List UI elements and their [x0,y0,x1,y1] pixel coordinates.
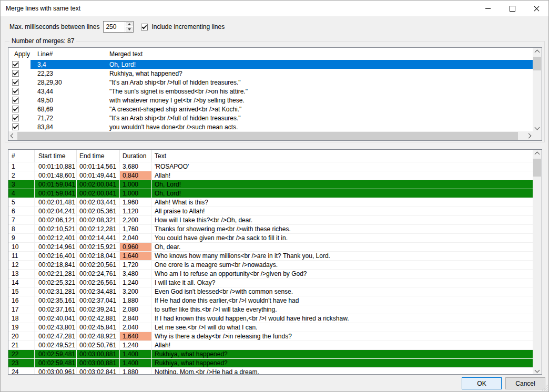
resize-grip[interactable] [541,384,547,390]
subtitle-row[interactable]: 1400:02:25,32100:02:26,5611,240I will ta… [8,278,533,287]
merge-list-horizontal-scrollbar[interactable] [8,131,533,140]
chevron-up-icon [535,151,540,157]
check-icon [13,124,18,129]
subtitle-text: Who am I to refuse an opportunity<br />g… [152,270,533,278]
row-number: 23 [8,359,35,367]
column-header-start-time[interactable]: Start time [35,150,77,162]
scroll-up-button[interactable] [533,48,542,56]
scroll-right-button[interactable] [524,131,533,140]
subtitle-row[interactable]: 2100:02:49,52100:02:50,7611,240Allah! [8,341,533,350]
row-number: 17 [8,305,35,314]
subtitle-row[interactable]: 1500:02:31,28100:02:34,4813,200Even God … [8,287,533,296]
end-time: 00:02:15,921 [77,243,120,251]
merged-text: "It's an Arab ship<br />full of hidden t… [101,114,533,122]
merge-list: Apply Line# Merged text 3,4Oh, Lord!22,2… [8,47,542,141]
scrollbar-corner [533,131,542,140]
subtitle-row[interactable]: 100:01:10,88100:01:14,5613,680'ROSAPOO' [8,162,533,171]
subtitle-row[interactable]: 2000:02:47,28100:02:48,9211,640Why is th… [8,332,533,341]
minimize-button[interactable] [476,1,500,16]
scrollbar-thumb[interactable] [533,159,541,177]
subtitle-row[interactable]: 900:02:12,40100:02:14,4412,040You could … [8,234,533,243]
apply-cell [8,87,30,96]
apply-checkbox[interactable] [12,123,19,130]
scrollbar-thumb[interactable] [533,57,541,70]
merge-lines-dialog: Merge lines with same text Max. millisec… [0,0,549,392]
subtitle-row[interactable]: 1200:02:18,84100:02:20,5611,720One crore… [8,261,533,270]
scroll-down-button[interactable] [533,366,542,374]
row-number: 9 [8,234,35,242]
apply-checkbox[interactable] [12,61,19,68]
merge-row[interactable]: 49,50with whatever money I get<br />by s… [8,96,533,105]
subtitle-text: Let me see.<br />I will do what I can. [152,323,533,332]
column-header-number[interactable]: # [8,150,35,162]
subtitle-text: Even God isn't blessed<br />with common … [152,287,533,296]
column-header-duration[interactable]: Duration [120,150,152,162]
apply-checkbox[interactable] [12,79,19,86]
max-ms-input[interactable] [104,22,125,32]
apply-checkbox[interactable] [12,97,19,104]
subtitle-row[interactable]: 1900:02:43,80100:02:45,8412,040Let me se… [8,323,533,332]
column-header-merged-text[interactable]: Merged text [101,48,533,60]
column-header-line-numbers[interactable]: Line# [30,48,101,60]
scroll-left-button[interactable] [8,131,17,140]
ok-button[interactable]: OK [462,377,502,389]
line-numbers: 83,84 [30,122,101,131]
subtitle-row[interactable]: 2200:02:59,48100:03:00,8811,400Rukhiya, … [8,350,533,359]
maximize-button[interactable] [500,1,524,16]
cancel-button[interactable]: Cancel [505,377,545,389]
stepper-down-button[interactable] [126,27,133,32]
subtitle-row[interactable]: 700:02:06,12100:02:08,3212,200How will I… [8,216,533,225]
subtitle-row[interactable]: 2400:03:00,96100:03:02,8411,880Nothing, … [8,368,533,375]
include-incrementing-checkbox[interactable] [141,24,148,30]
stepper-up-button[interactable] [126,22,133,26]
subtitle-row[interactable]: 1700:02:37,16100:02:39,2412,080to suffer… [8,305,533,314]
subtitle-row[interactable]: 300:01:59,04100:02:00,0411,000Oh, Lord! [8,180,533,189]
scrollbar-thumb[interactable] [17,132,518,140]
subtitle-text: Why is there a delay<br />in releasing t… [152,332,533,341]
duration: 1,880 [120,296,152,305]
merge-row[interactable]: 3,4Oh, Lord! [8,60,533,69]
subtitle-row[interactable]: 200:01:48,60100:01:49,4410,840Allah! [8,171,533,180]
column-header-apply[interactable]: Apply [8,48,30,60]
merge-row[interactable]: 28,29,30"It's an Arab ship<br />full of … [8,78,533,87]
end-time: 00:02:26,561 [77,278,120,287]
merge-row[interactable]: 71,72"It's an Arab ship<br />full of hid… [8,114,533,122]
subtitle-row[interactable]: 1000:02:14,96100:02:15,9210,960Oh, dear. [8,243,533,252]
max-ms-stepper[interactable] [103,21,134,33]
scroll-down-button[interactable] [533,123,542,131]
row-number: 8 [8,225,35,233]
apply-checkbox[interactable] [12,88,19,95]
subtitle-list-vertical-scrollbar[interactable] [533,150,542,374]
end-time: 00:02:00,041 [77,180,120,189]
check-icon [13,88,18,94]
start-time: 00:02:14,961 [35,243,77,251]
subtitle-row[interactable]: 400:01:59,04100:02:00,0411,000Oh, Lord! [8,189,533,198]
end-time: 00:02:48,921 [77,332,120,341]
apply-cell [8,69,30,78]
line-numbers: 68,69 [30,105,101,114]
line-numbers: 22,23 [30,69,101,78]
subtitle-row[interactable]: 600:02:04,24100:02:05,3611,120All praise… [8,207,533,216]
merge-row[interactable]: 83,84you wouldn't have done<br />such me… [8,122,533,131]
subtitle-row[interactable]: 1800:02:40,04100:02:42,8812,840If I had … [8,314,533,323]
subtitle-row[interactable]: 1600:02:35,16100:02:37,0411,880If He had… [8,296,533,305]
merge-row[interactable]: 68,69"A crescent-shaped ship arrived<br … [8,105,533,114]
scroll-up-button[interactable] [533,150,542,158]
close-button[interactable] [524,1,548,16]
end-time: 00:02:12,281 [77,225,120,233]
subtitle-row[interactable]: 2300:02:59,48100:03:00,8811,400Rukhiya, … [8,359,533,368]
subtitle-row[interactable]: 800:02:10,52100:02:12,2811,760Thanks for… [8,225,533,234]
apply-checkbox[interactable] [12,106,19,112]
column-header-end-time[interactable]: End time [77,150,120,162]
apply-checkbox[interactable] [12,70,19,77]
apply-checkbox[interactable] [12,115,19,121]
merge-row[interactable]: 22,23Rukhiya, what happened? [8,69,533,78]
merge-list-vertical-scrollbar[interactable] [533,48,542,131]
merge-row[interactable]: 43,44"The sun's signet is embossed<br />… [8,87,533,96]
merge-list-rows: 3,4Oh, Lord!22,23Rukhiya, what happened?… [8,60,533,131]
subtitle-row[interactable]: 500:02:01,48100:02:03,4411,960Allah! Wha… [8,198,533,207]
column-header-text[interactable]: Text [152,150,533,162]
subtitle-row[interactable]: 1300:02:21,28100:02:24,7613,480Who am I … [8,270,533,278]
end-time: 00:02:39,241 [77,305,120,314]
subtitle-row[interactable]: 1100:02:16,40100:02:18,0411,640Who knows… [8,252,533,261]
